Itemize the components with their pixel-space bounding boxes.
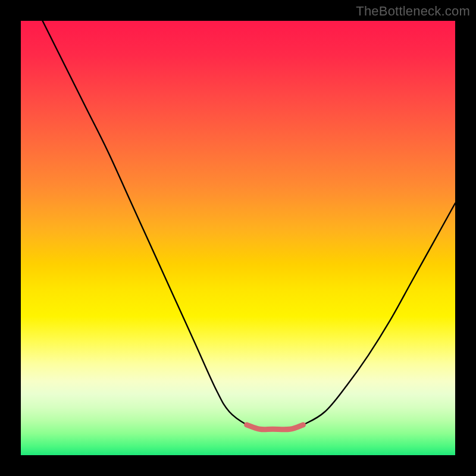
- bottleneck-curve: [43, 21, 456, 430]
- curve-svg: [21, 21, 455, 455]
- chart-frame: TheBottleneck.com: [0, 0, 476, 476]
- plot-area: [21, 21, 455, 455]
- optimal-zone: [247, 425, 303, 430]
- watermark-text: TheBottleneck.com: [356, 4, 470, 19]
